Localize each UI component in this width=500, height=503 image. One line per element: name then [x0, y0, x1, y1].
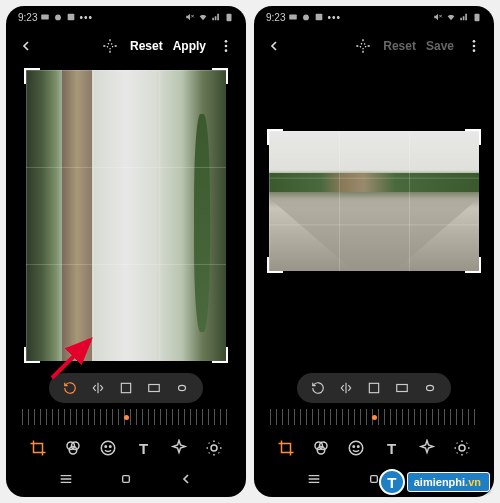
status-alarm-icon: [53, 12, 63, 22]
filters-tool-icon[interactable]: [312, 439, 330, 457]
status-more-icon: •••: [327, 12, 341, 23]
svg-point-48: [473, 45, 476, 48]
filters-tool-icon[interactable]: [64, 439, 82, 457]
phone-left: 9:23 ••• Reset Apply: [6, 6, 246, 497]
brightness-tool-icon[interactable]: [453, 439, 471, 457]
more-menu-icon[interactable]: [464, 36, 484, 56]
crop-handle-tl[interactable]: [267, 129, 283, 145]
status-msg-icon: [288, 12, 298, 22]
apply-button[interactable]: Apply: [173, 39, 206, 53]
svg-rect-41: [475, 14, 480, 22]
svg-point-11: [225, 40, 228, 43]
svg-point-47: [473, 40, 476, 43]
reset-button[interactable]: Reset: [383, 39, 416, 53]
crop-handle-bl[interactable]: [24, 347, 40, 363]
save-button[interactable]: Save: [426, 39, 454, 53]
crop-handle-tr[interactable]: [465, 129, 481, 145]
status-app-icon: [66, 12, 76, 22]
ruler-indicator: [372, 415, 377, 420]
svg-point-37: [304, 15, 310, 21]
svg-rect-38: [316, 14, 323, 21]
mute-icon: [433, 12, 443, 22]
magic-auto-icon[interactable]: [353, 36, 373, 56]
rotate-icon[interactable]: [311, 381, 325, 395]
mute-icon: [185, 12, 195, 22]
sticker-tool-icon[interactable]: [347, 439, 365, 457]
crop-handle-tr[interactable]: [212, 68, 228, 84]
flip-horizontal-icon[interactable]: [339, 381, 353, 395]
crop-handle-br[interactable]: [465, 257, 481, 273]
phone-right: 9:23 ••• Reset Save: [254, 6, 494, 497]
text-tool-icon[interactable]: T: [383, 439, 401, 457]
svg-point-1: [56, 15, 62, 21]
crop-tool-icon[interactable]: [277, 439, 295, 457]
battery-icon: [472, 12, 482, 22]
nav-home-icon[interactable]: [118, 471, 134, 491]
crop-handle-br[interactable]: [212, 347, 228, 363]
draw-tool-icon[interactable]: [418, 439, 436, 457]
svg-line-28: [219, 453, 220, 454]
status-more-icon: •••: [79, 12, 93, 23]
signal-icon: [459, 12, 469, 22]
more-menu-icon[interactable]: [216, 36, 236, 56]
editor-canvas[interactable]: [254, 64, 494, 367]
svg-point-54: [317, 447, 325, 455]
svg-point-55: [350, 441, 364, 455]
nav-recent-icon[interactable]: [58, 471, 74, 491]
sticker-tool-icon[interactable]: [99, 439, 117, 457]
reset-button[interactable]: Reset: [130, 39, 163, 53]
svg-rect-51: [397, 385, 408, 392]
svg-rect-2: [68, 14, 75, 21]
perspective-icon[interactable]: [423, 381, 437, 395]
ruler-indicator: [124, 415, 129, 420]
flip-horizontal-icon[interactable]: [91, 381, 105, 395]
nav-back-icon[interactable]: [178, 471, 194, 491]
status-msg-icon: [40, 12, 50, 22]
nav-recent-icon[interactable]: [306, 471, 322, 491]
magic-auto-icon[interactable]: [100, 36, 120, 56]
svg-rect-14: [121, 383, 130, 392]
battery-icon: [224, 12, 234, 22]
draw-tool-icon[interactable]: [170, 439, 188, 457]
svg-rect-0: [42, 15, 50, 20]
photo-preview: [269, 131, 479, 271]
crop-handle-tl[interactable]: [24, 68, 40, 84]
watermark-text: aimienphi.vn: [407, 472, 490, 492]
back-button[interactable]: [264, 36, 284, 56]
status-time: 9:23: [266, 12, 285, 23]
photo-preview: [26, 70, 226, 361]
crop-tool-icon[interactable]: [29, 439, 47, 457]
rotation-ruler[interactable]: [22, 409, 230, 425]
aspect-free-icon[interactable]: [367, 381, 381, 395]
svg-rect-15: [149, 385, 160, 392]
editor-canvas[interactable]: [6, 64, 246, 367]
crop-frame[interactable]: [26, 70, 226, 361]
rotate-icon[interactable]: [63, 381, 77, 395]
svg-line-29: [219, 443, 220, 444]
svg-line-64: [467, 453, 468, 454]
svg-rect-50: [369, 383, 378, 392]
watermark: T aimienphi.vn: [379, 469, 490, 495]
svg-point-57: [358, 446, 360, 448]
brightness-tool-icon[interactable]: [205, 439, 223, 457]
perspective-icon[interactable]: [175, 381, 189, 395]
aspect-ratio-icon[interactable]: [395, 381, 409, 395]
svg-point-58: [459, 445, 465, 451]
back-button[interactable]: [16, 36, 36, 56]
svg-line-65: [467, 443, 468, 444]
aspect-free-icon[interactable]: [119, 381, 133, 395]
aspect-ratio-icon[interactable]: [147, 381, 161, 395]
svg-point-6: [107, 43, 112, 48]
wifi-icon: [198, 12, 208, 22]
crop-handle-bl[interactable]: [267, 257, 283, 273]
status-bar: 9:23 •••: [254, 6, 494, 28]
crop-frame[interactable]: [269, 131, 479, 271]
text-tool-icon[interactable]: T: [135, 439, 153, 457]
editor-top-bar: Reset Apply: [6, 28, 246, 64]
android-nav-bar: [6, 465, 246, 497]
wifi-icon: [446, 12, 456, 22]
transform-tool-pill: [49, 373, 203, 403]
rotation-ruler[interactable]: [270, 409, 478, 425]
editor-bottom-toolbar: T: [6, 431, 246, 465]
svg-point-19: [102, 441, 116, 455]
